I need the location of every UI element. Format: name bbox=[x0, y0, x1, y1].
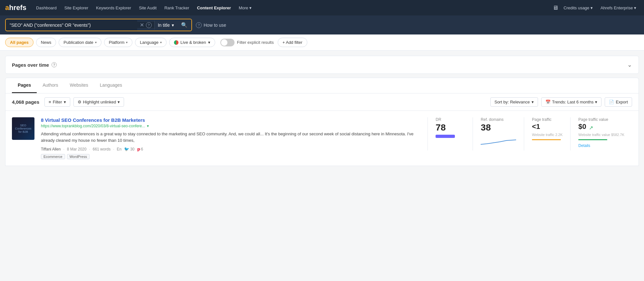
filter-button[interactable]: ≡ Filter ▾ bbox=[44, 97, 70, 107]
clear-icon[interactable]: ✕ bbox=[140, 22, 144, 28]
result-title[interactable]: 8 Virtual SEO Conferences for B2B Market… bbox=[41, 117, 421, 123]
page-traffic-value-label: Page traffic value bbox=[578, 117, 624, 122]
highlight-label: Highlight unlinked bbox=[83, 100, 116, 104]
metrics-section: DR 78 Ref. domains 38 Page traffic <1 We… bbox=[428, 117, 632, 150]
pub-date-chevron-icon: ▾ bbox=[95, 41, 97, 44]
news-label: News bbox=[41, 40, 52, 45]
pinterest-count-item: 𝗽 6 bbox=[137, 147, 143, 151]
twitter-icon: 🐦 bbox=[124, 147, 129, 151]
url-dropdown-icon[interactable]: ▾ bbox=[147, 124, 149, 128]
search-bar-area: ✕ ? In title ▾ 🔍 ? How to use bbox=[0, 15, 644, 34]
publication-date-filter[interactable]: Publication date ▾ bbox=[59, 38, 101, 47]
result-tags: Ecommerce WordPress bbox=[41, 154, 421, 159]
how-to-use-link[interactable]: ? How to use bbox=[196, 22, 226, 28]
search-icons: ✕ ? bbox=[137, 22, 154, 28]
tab-websites[interactable]: Websites bbox=[64, 78, 94, 93]
publication-date-label: Publication date bbox=[63, 40, 93, 45]
ref-domains-label: Ref. domains bbox=[481, 117, 516, 122]
language-filter[interactable]: Language ▾ bbox=[135, 38, 167, 47]
result-words: 661 words bbox=[93, 147, 111, 151]
filter-icon: ≡ bbox=[49, 100, 51, 104]
main-content: Pages over time ? ⌄ Pages Authors Websit… bbox=[0, 56, 644, 166]
platform-chevron-icon: ▾ bbox=[126, 41, 128, 44]
ref-domains-chart-svg bbox=[481, 135, 516, 148]
scope-chevron-icon: ▾ bbox=[172, 23, 174, 28]
live-broken-label: Live & broken bbox=[180, 40, 206, 45]
sort-label: Sort by: Relevance bbox=[495, 100, 530, 104]
add-filter-label: + Add filter bbox=[283, 40, 303, 45]
result-url[interactable]: https://www.toprankblog.com/2020/03/8-vi… bbox=[41, 124, 421, 128]
add-filter-button[interactable]: + Add filter bbox=[278, 38, 307, 47]
nav-links: Dashboard Site Explorer Keywords Explore… bbox=[33, 4, 553, 12]
language-chevron-icon: ▾ bbox=[160, 41, 162, 44]
dr-label: DR bbox=[436, 117, 465, 122]
toggle-knob bbox=[221, 39, 227, 46]
ref-domains-chart bbox=[481, 135, 516, 149]
search-button[interactable]: 🔍 bbox=[177, 19, 191, 31]
ahrefs-enterprise-button[interactable]: Ahrefs Enterprise ▾ bbox=[598, 4, 639, 12]
page-traffic-label: Page traffic bbox=[532, 117, 562, 122]
page-traffic-value-sub: Website traffic value $582.7K bbox=[578, 133, 624, 137]
metric-page-traffic: Page traffic <1 Website traffic 2.2K bbox=[524, 117, 570, 150]
tab-languages[interactable]: Languages bbox=[94, 78, 128, 93]
highlight-chevron-icon: ▾ bbox=[118, 100, 120, 104]
explicit-filter-toggle-wrap: Filter explicit results bbox=[220, 39, 274, 46]
meta-dot-3: · bbox=[113, 147, 114, 151]
search-input[interactable] bbox=[6, 20, 137, 30]
nav-dashboard[interactable]: Dashboard bbox=[33, 4, 60, 12]
export-label: Export bbox=[616, 100, 628, 104]
filter-chevron-icon: ▾ bbox=[64, 100, 66, 104]
sort-button[interactable]: Sort by: Relevance ▾ bbox=[490, 97, 538, 107]
tabs-navigation: Pages Authors Websites Languages bbox=[5, 78, 639, 93]
scope-label: In title bbox=[158, 23, 170, 28]
pages-over-time-help-icon[interactable]: ? bbox=[52, 62, 57, 67]
nav-site-audit[interactable]: Site Audit bbox=[136, 4, 160, 12]
export-icon: 📄 bbox=[609, 100, 614, 104]
nav-more[interactable]: More ▾ bbox=[235, 4, 255, 12]
news-filter[interactable]: News bbox=[36, 38, 56, 47]
pages-over-time-panel[interactable]: Pages over time ? ⌄ bbox=[5, 56, 639, 74]
tag-ecommerce[interactable]: Ecommerce bbox=[41, 154, 65, 159]
results-bar: 4,068 pages ≡ Filter ▾ ⚙ Highlight unlin… bbox=[5, 93, 639, 111]
pages-over-time-chevron-icon: ⌄ bbox=[627, 61, 632, 68]
result-url-text: https://www.toprankblog.com/2020/03/8-vi… bbox=[41, 124, 145, 128]
metric-dr: DR 78 bbox=[428, 117, 473, 150]
result-main-content: 8 Virtual SEO Conferences for B2B Market… bbox=[41, 117, 421, 159]
monitor-icon: 🖥 bbox=[553, 5, 558, 11]
result-thumbnail: SEOConferencesfor B2B bbox=[12, 117, 34, 140]
explicit-filter-label: Filter explicit results bbox=[237, 40, 274, 45]
nav-right: 🖥 Credits usage ▾ Ahrefs Enterprise ▾ bbox=[553, 4, 639, 12]
traffic-value-bar bbox=[578, 139, 607, 140]
search-scope-selector[interactable]: In title ▾ bbox=[155, 20, 177, 30]
logo[interactable]: ahrefs bbox=[5, 4, 26, 12]
platform-filter[interactable]: Platform ▾ bbox=[104, 38, 132, 47]
search-help-icon[interactable]: ? bbox=[146, 22, 152, 28]
page-traffic-bar bbox=[532, 139, 561, 140]
tab-pages[interactable]: Pages bbox=[12, 78, 37, 93]
live-broken-filter[interactable]: Live & broken ▾ bbox=[169, 38, 215, 47]
nav-rank-tracker[interactable]: Rank Tracker bbox=[161, 4, 192, 12]
export-button[interactable]: 📄 Export bbox=[605, 97, 632, 107]
nav-site-explorer[interactable]: Site Explorer bbox=[61, 4, 91, 12]
trends-button[interactable]: 📅 Trends: Last 6 months ▾ bbox=[541, 97, 602, 107]
nav-content-explorer[interactable]: Content Explorer bbox=[194, 4, 234, 12]
credits-usage-button[interactable]: Credits usage ▾ bbox=[561, 4, 595, 12]
pages-over-time-title: Pages over time bbox=[12, 62, 49, 68]
top-navigation: ahrefs Dashboard Site Explorer Keywords … bbox=[0, 0, 644, 15]
metric-page-traffic-value: Page traffic value $0 ↗ Website traffic … bbox=[570, 117, 632, 150]
thumbnail-text: SEOConferencesfor B2B bbox=[15, 124, 31, 133]
ref-domains-value: 38 bbox=[481, 122, 516, 133]
tab-authors[interactable]: Authors bbox=[37, 78, 64, 93]
explicit-filter-toggle[interactable] bbox=[220, 39, 235, 46]
filter-bar: All pages News Publication date ▾ Platfo… bbox=[0, 34, 644, 51]
details-link[interactable]: Details bbox=[578, 143, 624, 148]
nav-keywords-explorer[interactable]: Keywords Explorer bbox=[93, 4, 134, 12]
trend-up-icon: ↗ bbox=[589, 125, 593, 131]
highlight-unlinked-button[interactable]: ⚙ Highlight unlinked ▾ bbox=[73, 97, 124, 107]
tag-wordpress[interactable]: WordPress bbox=[67, 154, 90, 159]
all-pages-filter[interactable]: All pages bbox=[5, 38, 34, 47]
traffic-value-row: $0 ↗ bbox=[578, 122, 624, 133]
live-broken-icon bbox=[174, 40, 178, 45]
page-traffic-value: <1 bbox=[532, 122, 562, 131]
result-date: 8 Mar 2020 bbox=[67, 147, 87, 151]
